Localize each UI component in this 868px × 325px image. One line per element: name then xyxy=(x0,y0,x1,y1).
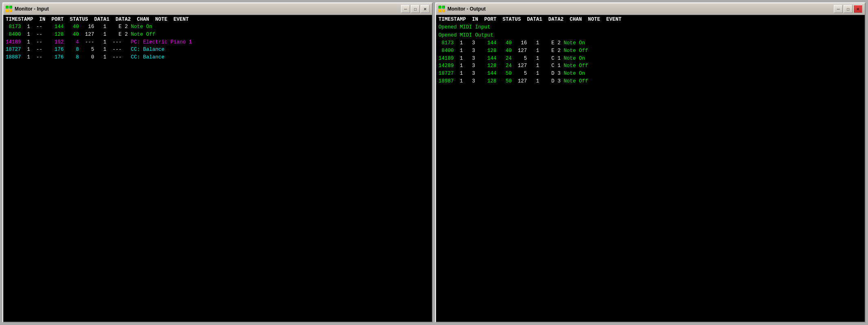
col-data2: 16 xyxy=(79,24,94,30)
data-rows: 8173 1 3 144 40 16 1 E 2 Note On 8400 1 … xyxy=(438,39,862,85)
col-note-num: 2 xyxy=(554,40,560,46)
restore-button[interactable]: □ xyxy=(411,5,420,13)
window-title: Monitor - Input xyxy=(15,6,49,12)
table-row: 8173 1 -- 144 40 16 1 E 2 Note On xyxy=(6,23,430,31)
col-timestamp: 14189 xyxy=(438,56,454,61)
col-data1: 40 xyxy=(497,40,512,46)
data-rows: 8173 1 -- 144 40 16 1 E 2 Note On 8400 1… xyxy=(6,23,430,61)
col-chan: 1 xyxy=(94,24,107,30)
col-timestamp: 8173 xyxy=(438,40,454,46)
col-port: -- xyxy=(30,39,42,45)
col-note: --- xyxy=(107,47,122,52)
col-note-num: 3 xyxy=(554,71,560,76)
svg-rect-4 xyxy=(7,6,8,8)
col-timestamp: 8400 xyxy=(6,32,21,37)
col-timestamp: 14189 xyxy=(6,39,21,45)
close-button[interactable]: ✕ xyxy=(421,5,430,13)
col-in: 1 xyxy=(454,63,463,69)
col-timestamp: 18727 xyxy=(6,47,21,52)
window-title: Monitor - Output xyxy=(447,6,486,12)
col-event: Note Off xyxy=(560,63,588,69)
col-data2: 0 xyxy=(79,54,94,60)
col-data1: 50 xyxy=(497,78,512,84)
col-status: 128 xyxy=(475,78,497,84)
output-monitor-window: Monitor - Output ─ □ ✕ TIMESTAMP IN PORT… xyxy=(435,2,866,323)
col-port: 3 xyxy=(463,71,475,76)
col-data1: 8 xyxy=(64,47,79,52)
col-data2: --- xyxy=(79,39,94,45)
input-monitor-window: Monitor - Input ─ □ ✕ TIMESTAMP IN PORT … xyxy=(2,2,433,323)
col-chan: 1 xyxy=(94,32,107,37)
output-title-bar: Monitor - Output ─ □ ✕ xyxy=(436,3,865,15)
col-data2: 5 xyxy=(512,56,527,61)
svg-rect-13 xyxy=(443,6,444,8)
col-data2: 127 xyxy=(512,63,527,69)
col-data1: 24 xyxy=(497,56,512,61)
col-note: C xyxy=(539,56,555,61)
col-note-num xyxy=(122,54,128,60)
col-port: 3 xyxy=(463,63,475,69)
col-event: CC: Balance xyxy=(128,54,164,60)
col-status: 144 xyxy=(475,71,497,76)
col-event: CC: Balance xyxy=(128,47,164,52)
col-chan: 1 xyxy=(527,78,539,84)
status-message: Opened MIDI Output xyxy=(438,31,862,39)
input-title-bar: Monitor - Input ─ □ ✕ xyxy=(3,3,432,15)
col-data2: 5 xyxy=(512,71,527,76)
col-note: --- xyxy=(107,54,122,60)
col-note-num: 2 xyxy=(554,48,560,54)
svg-rect-15 xyxy=(443,10,444,11)
column-header: TIMESTAMP IN PORT STATUS DATA1 DATA2 CHA… xyxy=(6,17,430,22)
col-data1: 4 xyxy=(64,39,79,45)
col-chan: 1 xyxy=(527,71,539,76)
col-note: --- xyxy=(107,39,122,45)
col-note: D xyxy=(539,78,555,84)
col-in: 1 xyxy=(21,54,31,60)
col-status: 192 xyxy=(42,39,64,45)
col-in: 1 xyxy=(21,47,31,52)
col-data2: 127 xyxy=(512,78,527,84)
table-row: 14289 1 3 128 24 127 1 C 1 Note Off xyxy=(438,62,862,70)
col-data2: 16 xyxy=(512,40,527,46)
table-row: 14189 1 -- 192 4 --- 1 --- PC: Electric … xyxy=(6,39,430,46)
restore-button[interactable]: □ xyxy=(844,5,853,13)
col-chan: 1 xyxy=(527,48,539,54)
col-timestamp: 8173 xyxy=(6,24,21,30)
table-row: 8400 1 -- 128 40 127 1 E 2 Note Off xyxy=(6,31,430,39)
col-event: Note Off xyxy=(560,78,588,84)
svg-rect-12 xyxy=(439,6,441,8)
col-data1: 24 xyxy=(497,63,512,69)
col-chan: 1 xyxy=(94,47,107,52)
col-timestamp: 18727 xyxy=(438,71,454,76)
svg-rect-5 xyxy=(10,6,11,8)
col-note: C xyxy=(539,63,555,69)
col-port: -- xyxy=(30,32,42,37)
col-data1: 8 xyxy=(64,54,79,60)
col-note: E xyxy=(539,40,555,46)
input-content: TIMESTAMP IN PORT STATUS DATA1 DATA2 CHA… xyxy=(3,15,432,322)
col-port: 3 xyxy=(463,78,475,84)
close-button[interactable]: ✕ xyxy=(853,5,862,13)
col-note-num xyxy=(122,47,128,52)
col-note-num xyxy=(122,39,128,45)
col-data2: 127 xyxy=(512,48,527,54)
col-event: Note On xyxy=(560,56,585,61)
col-in: 1 xyxy=(454,48,463,54)
col-note-num: 1 xyxy=(554,56,560,61)
col-event: Note Off xyxy=(560,48,588,54)
col-port: 3 xyxy=(463,56,475,61)
col-chan: 1 xyxy=(94,54,107,60)
col-status: 128 xyxy=(475,48,497,54)
col-note: D xyxy=(539,71,555,76)
col-data1: 40 xyxy=(64,32,79,37)
col-data2: 127 xyxy=(79,32,94,37)
minimize-button[interactable]: ─ xyxy=(834,5,843,13)
col-status: 128 xyxy=(42,32,64,37)
col-status: 176 xyxy=(42,47,64,52)
col-data1: 40 xyxy=(64,24,79,30)
col-chan: 1 xyxy=(527,56,539,61)
col-note: E xyxy=(539,48,555,54)
minimize-button[interactable]: ─ xyxy=(401,5,410,13)
table-row: 18887 1 -- 176 8 0 1 --- CC: Balance xyxy=(6,54,430,61)
col-timestamp: 14289 xyxy=(438,63,454,69)
